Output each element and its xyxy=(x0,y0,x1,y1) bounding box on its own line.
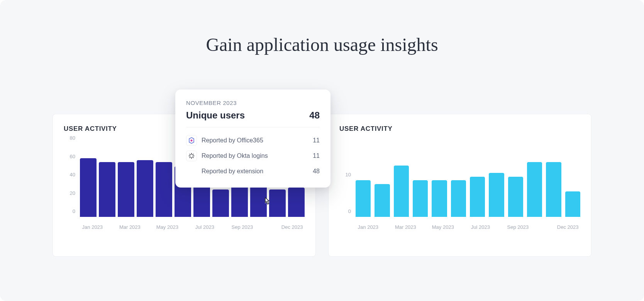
tooltip-row-value: 11 xyxy=(313,137,320,144)
blank-icon xyxy=(186,166,197,177)
tooltip-main-row: Unique users 48 xyxy=(186,110,320,121)
y-tick: 80 xyxy=(70,135,75,141)
bar[interactable] xyxy=(231,186,248,217)
bar[interactable] xyxy=(156,162,172,217)
bar[interactable] xyxy=(432,180,447,217)
office365-icon xyxy=(186,135,197,146)
bar[interactable] xyxy=(508,177,523,217)
x-tick: May 2023 xyxy=(155,224,180,230)
pointer-cursor-icon xyxy=(263,197,272,209)
x-tick: Mar 2023 xyxy=(393,224,418,230)
dashboard-canvas: Gain application usage insights USER ACT… xyxy=(0,0,644,301)
tooltip-row-okta: Reported by Okta logins 11 xyxy=(186,148,320,164)
y-tick: 0 xyxy=(348,208,351,214)
bars-area xyxy=(356,144,580,217)
tooltip-row-extension: Reported by extension 48 xyxy=(186,164,320,179)
bar[interactable] xyxy=(356,180,371,217)
bar[interactable] xyxy=(527,162,542,217)
svg-line-8 xyxy=(193,154,193,155)
x-tick: Jul 2023 xyxy=(192,224,217,230)
bar[interactable] xyxy=(80,158,97,217)
tooltip-main-label: Unique users xyxy=(186,110,245,121)
x-tick: Mar 2023 xyxy=(117,224,142,230)
y-axis: 020406080 xyxy=(64,144,75,217)
tooltip-row-label: Reported by Okta logins xyxy=(202,152,308,159)
bar[interactable] xyxy=(470,177,485,217)
y-tick: 60 xyxy=(70,153,75,159)
tooltip-main-value: 48 xyxy=(309,110,320,121)
okta-icon xyxy=(186,150,197,161)
svg-line-5 xyxy=(190,154,190,155)
svg-line-7 xyxy=(190,157,190,158)
y-tick: 20 xyxy=(70,190,75,196)
user-activity-chart-right: USER ACTIVITY 010 Jan 2023Mar 2023May 20… xyxy=(328,114,591,257)
x-tick: Dec 2023 xyxy=(280,224,305,230)
x-tick: Sep 2023 xyxy=(505,224,530,230)
bar[interactable] xyxy=(375,184,390,217)
tooltip-month: NOVEMBER 2023 xyxy=(186,100,320,106)
tooltip-row-value: 48 xyxy=(313,168,320,175)
x-tick: Jan 2023 xyxy=(356,224,381,230)
x-tick: Jan 2023 xyxy=(80,224,105,230)
bar[interactable] xyxy=(212,189,229,217)
bar[interactable] xyxy=(546,162,561,217)
page-headline: Gain application usage insights xyxy=(0,34,644,55)
bar[interactable] xyxy=(565,191,580,217)
y-tick: 0 xyxy=(73,208,75,214)
bar[interactable] xyxy=(489,173,504,217)
tooltip-row-label: Reported by Office365 xyxy=(202,137,308,144)
bar[interactable] xyxy=(451,180,466,217)
bar[interactable] xyxy=(118,162,134,217)
bar[interactable] xyxy=(413,180,428,217)
svg-point-0 xyxy=(190,139,192,141)
x-tick: May 2023 xyxy=(430,224,456,230)
x-tick: Dec 2023 xyxy=(555,224,580,230)
x-tick: Jul 2023 xyxy=(468,224,493,230)
y-axis: 010 xyxy=(339,144,351,217)
y-tick: 10 xyxy=(346,172,351,178)
bar[interactable] xyxy=(394,166,409,217)
x-tick: Sep 2023 xyxy=(230,224,255,230)
tooltip-row-office365: Reported by Office365 11 xyxy=(186,133,320,148)
x-axis: Jan 2023Mar 2023May 2023Jul 2023Sep 2023… xyxy=(80,224,305,230)
svg-line-6 xyxy=(193,157,193,158)
x-axis: Jan 2023Mar 2023May 2023Jul 2023Sep 2023… xyxy=(356,224,580,230)
chart-plot: 010 Jan 2023Mar 2023May 2023Jul 2023Sep … xyxy=(353,144,580,228)
bar[interactable] xyxy=(99,162,115,217)
y-tick: 40 xyxy=(70,172,75,178)
chart-tooltip: NOVEMBER 2023 Unique users 48 Reported b… xyxy=(175,90,330,188)
tooltip-row-value: 11 xyxy=(313,152,320,159)
bar[interactable] xyxy=(137,160,153,217)
tooltip-row-label: Reported by extension xyxy=(202,168,308,175)
chart-title: USER ACTIVITY xyxy=(339,125,580,133)
bar[interactable] xyxy=(288,188,305,217)
tooltip-divider xyxy=(186,127,320,127)
